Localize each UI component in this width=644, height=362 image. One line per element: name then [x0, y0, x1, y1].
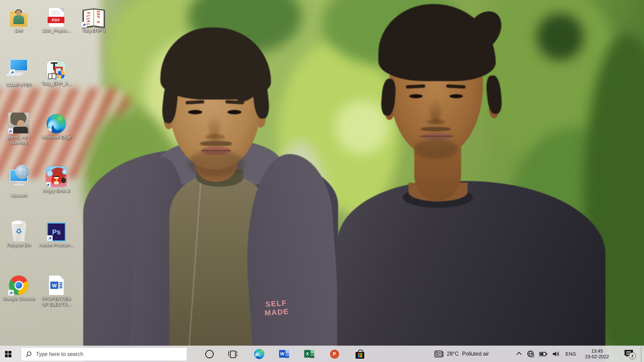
taskbar: W X P — [0, 346, 644, 362]
powerpoint-glyph: P — [333, 351, 336, 357]
volume-button[interactable] — [550, 346, 561, 362]
microsoft-store-icon — [356, 350, 364, 359]
search-icon — [25, 351, 32, 357]
angry-birds-icon — [46, 166, 67, 187]
book-glyph — [48, 73, 56, 78]
show-desktop-button[interactable] — [641, 346, 644, 362]
desktop-icon-recycle-bin[interactable]: ♻ Recycle Bin — [1, 219, 37, 248]
edge-icon — [47, 114, 66, 133]
globe-no-internet-icon — [527, 350, 535, 358]
taskbar-excel-button[interactable]: X — [301, 346, 317, 362]
clock-time: 13:45 — [585, 348, 609, 354]
weather-condition: Polluted air — [462, 351, 489, 357]
word-doc-icon: W — [49, 276, 64, 295]
news-icon — [434, 350, 443, 358]
desktop-icon-label: Microsoft Edge — [38, 134, 74, 140]
desktop-icon-label: Google Chrome — [1, 296, 37, 302]
wallpaper-shirt-text: SELF MADE — [264, 299, 289, 318]
shirt-text-line2: MADE — [264, 307, 289, 317]
desktop-icon-microsoft-edge[interactable]: Microsoft Edge — [38, 111, 74, 140]
tally-book-icon: Tally ERP 9 — [82, 8, 105, 27]
shortcut-arrow-badge — [46, 182, 51, 187]
computer-icon — [10, 59, 28, 71]
battery-icon — [539, 350, 548, 358]
cortana-button[interactable] — [201, 346, 217, 362]
battery-button[interactable] — [538, 346, 549, 362]
desktop-icon-12th-physics-pdf[interactable]: PDF 12th_Physic... — [38, 5, 74, 34]
desktop-icon-label: COMPUTER — [1, 82, 37, 88]
shortcut-arrow-badge — [8, 128, 13, 133]
taskbar-powerpoint-button[interactable]: P — [326, 346, 342, 362]
task-view-icon — [228, 351, 237, 357]
desktop-icon-google-chrome[interactable]: Google Chrome — [1, 273, 37, 302]
wallpaper-person-right — [0, 0, 644, 362]
recycle-bin-icon: ♻ — [10, 222, 27, 241]
excel-glyph: X — [304, 350, 311, 358]
clock[interactable]: 13:45 23-02-2022 — [580, 346, 614, 362]
desktop-icon-label: Tally_ERP_9... — [38, 81, 74, 86]
desktop-icon-label: 12th_Physic... — [38, 28, 74, 34]
start-button[interactable] — [0, 346, 16, 362]
desktop-icon-label: Adobe Photosh... — [38, 242, 74, 248]
shortcut-arrow-badge — [81, 22, 87, 27]
cortana-icon — [205, 350, 214, 358]
photoshop-icon: Ps — [47, 223, 66, 241]
network-status-button[interactable] — [525, 346, 536, 362]
photoshop-glyph: Ps — [52, 228, 61, 236]
word-icon: W — [279, 349, 289, 359]
pdf-badge: PDF — [48, 17, 64, 23]
desktop-icon-properties-doc[interactable]: W PROPERTIES OF ELECTR... — [38, 273, 74, 307]
desktop-icon-game-me-shortcut[interactable]: game_me - Shortcut — [1, 111, 37, 146]
edge-icon — [254, 349, 264, 359]
search-input[interactable] — [35, 351, 187, 358]
recycle-symbol: ♻ — [10, 227, 27, 235]
tally-right-text: ERP 9 — [96, 10, 100, 24]
desktop-icon-label: Angry Birds 2 — [38, 188, 74, 194]
wallpaper-photo: SELF MADE — [0, 0, 644, 362]
weather-widget[interactable]: 28°C Polluted air — [434, 346, 489, 362]
taskbar-edge-button[interactable] — [251, 346, 267, 362]
user-folder-icon — [10, 13, 28, 27]
action-center-button[interactable]: 2 — [619, 346, 639, 362]
shortcut-arrow-badge — [47, 128, 51, 133]
taskbar-store-button[interactable] — [352, 346, 368, 362]
shortcut-arrow-badge — [47, 235, 53, 241]
taskbar-search[interactable] — [21, 347, 187, 361]
desktop-icon-angry-birds-2[interactable]: Angry Birds 2 — [38, 165, 74, 194]
desktop-icon-label: Tally.ERP 9 — [75, 28, 112, 34]
desktop-icon-label: Dell — [1, 28, 37, 34]
shortcut-arrow-badge — [9, 69, 15, 75]
language-indicator[interactable]: ENG — [563, 346, 579, 362]
clock-date: 23-02-2022 — [585, 354, 609, 360]
desktop-icon-network[interactable]: Network — [1, 165, 37, 198]
desktop-icon-label: PROPERTIES OF ELECTR... — [38, 296, 74, 307]
volume-icon — [552, 350, 560, 358]
pdf-file-icon: PDF — [49, 8, 64, 27]
chevron-up-icon — [516, 352, 522, 357]
desktop-screen: SELF MADE Dell PDF 12th_Physic... Tally … — [0, 0, 644, 362]
word-glyph: W — [279, 350, 285, 358]
tally-setup-icon: T — [47, 61, 66, 80]
desktop-icon-label: Recycle Bin — [1, 242, 37, 248]
network-icon — [10, 170, 28, 182]
uac-shield-icon — [58, 71, 65, 79]
desktop-icon-adobe-photoshop[interactable]: Ps Adobe Photosh... — [38, 219, 74, 248]
language-code: ENG — [566, 351, 576, 357]
notification-badge: 2 — [629, 352, 636, 359]
taskbar-word-button[interactable]: W — [276, 346, 292, 362]
powerpoint-icon: P — [330, 350, 339, 359]
word-glyph: W — [50, 282, 58, 289]
photo-thumbnail-icon — [8, 113, 29, 133]
tray-overflow-button[interactable] — [514, 346, 524, 362]
desktop-icon-label: game_me - Shortcut — [1, 134, 37, 146]
desktop-icon-tally-setup[interactable]: T Tally_ERP_9... — [38, 58, 74, 86]
excel-icon: X — [304, 349, 314, 359]
shortcut-arrow-badge — [8, 290, 14, 296]
windows-logo-icon — [5, 351, 11, 357]
weather-temp: 28°C — [447, 351, 459, 357]
chrome-icon — [9, 276, 29, 295]
task-view-button[interactable] — [225, 346, 241, 362]
desktop-icon-computer[interactable]: COMPUTER — [1, 58, 37, 88]
desktop-icon-dell[interactable]: Dell — [1, 5, 37, 34]
desktop-icon-tally-erp9[interactable]: Tally ERP 9 Tally.ERP 9 — [75, 5, 112, 34]
